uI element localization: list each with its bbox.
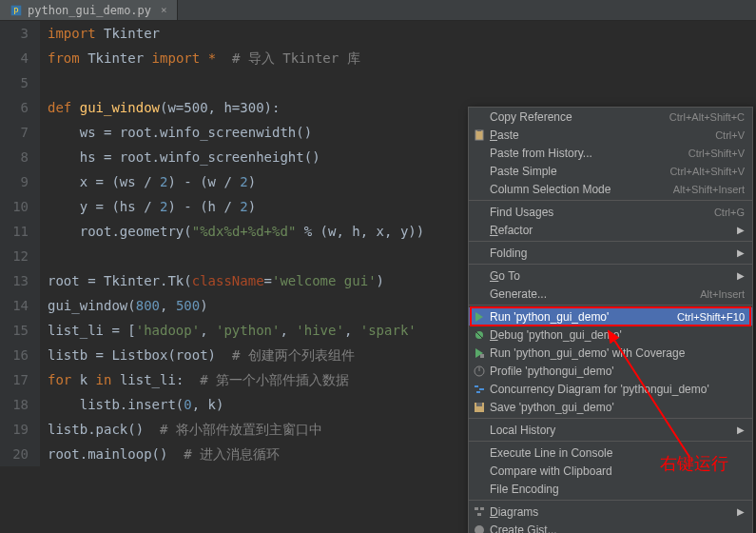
menu-run[interactable]: Run 'python_gui_demo'Ctrl+Shift+F10 — [469, 307, 752, 326]
profile-icon — [473, 365, 486, 378]
menu-local-history[interactable]: Local History▶ — [469, 421, 752, 439]
save-icon — [473, 401, 486, 414]
coverage-icon — [473, 346, 486, 360]
line-number: 14 — [0, 293, 29, 318]
menu-generate[interactable]: Generate...Alt+Insert — [469, 285, 752, 303]
svg-rect-16 — [475, 507, 478, 510]
svg-rect-12 — [479, 388, 484, 390]
line-number: 9 — [0, 169, 29, 194]
svg-text:P: P — [13, 6, 18, 15]
menu-diagrams[interactable]: Diagrams▶ — [469, 503, 752, 521]
menu-separator — [469, 241, 752, 242]
svg-marker-4 — [475, 312, 483, 322]
line-number: 4 — [0, 46, 29, 70]
debug-icon — [473, 328, 486, 342]
submenu-arrow-icon: ▶ — [737, 247, 745, 258]
line-number: 12 — [0, 244, 29, 268]
menu-goto[interactable]: Go To▶ — [469, 266, 752, 285]
diagrams-icon — [473, 505, 486, 519]
svg-rect-18 — [477, 513, 481, 516]
svg-rect-13 — [476, 391, 480, 393]
svg-rect-2 — [475, 130, 483, 140]
submenu-arrow-icon: ▶ — [737, 225, 745, 235]
menu-file-encoding[interactable]: File Encoding — [469, 480, 752, 498]
line-number: 18 — [0, 392, 29, 417]
menu-run-coverage[interactable]: Run 'python_gui_demo' with Coverage — [469, 344, 752, 362]
python-file-icon: P — [10, 4, 23, 17]
menu-find-usages[interactable]: Find UsagesCtrl+G — [469, 203, 752, 221]
tab-bar: P python_gui_demo.py × — [0, 0, 756, 21]
svg-rect-15 — [476, 403, 482, 406]
code-line: import Tkinter — [48, 21, 756, 46]
line-number: 5 — [0, 70, 29, 95]
menu-separator — [469, 500, 752, 501]
tab-close-icon[interactable]: × — [161, 4, 167, 16]
code-line — [48, 70, 756, 95]
gist-icon — [473, 523, 486, 534]
line-number: 6 — [0, 95, 29, 120]
line-number: 20 — [0, 442, 29, 466]
submenu-arrow-icon: ▶ — [737, 270, 745, 281]
concurrency-icon — [473, 383, 486, 396]
line-number: 10 — [0, 194, 29, 219]
menu-separator — [469, 264, 752, 265]
submenu-arrow-icon: ▶ — [737, 424, 745, 435]
paste-icon — [473, 128, 486, 142]
line-number: 15 — [0, 318, 29, 343]
menu-copy-reference[interactable]: Copy ReferenceCtrl+Alt+Shift+C — [469, 108, 752, 126]
line-number: 13 — [0, 268, 29, 293]
svg-rect-8 — [480, 354, 484, 358]
context-menu: Copy ReferenceCtrl+Alt+Shift+C PasteCtrl… — [468, 107, 753, 533]
menu-separator — [469, 418, 752, 419]
line-number: 19 — [0, 417, 29, 442]
run-icon — [473, 310, 486, 324]
line-number: 3 — [0, 21, 29, 46]
menu-execute-console[interactable]: Execute Line in Console — [469, 444, 752, 462]
svg-rect-11 — [475, 385, 478, 387]
menu-compare-clipboard[interactable]: Compare with Clipboard — [469, 462, 752, 480]
menu-concurrency[interactable]: Concurrency Diagram for 'pythongui_demo' — [469, 380, 752, 398]
svg-point-19 — [475, 525, 484, 534]
menu-paste-history[interactable]: Paste from History...Ctrl+Shift+V — [469, 144, 752, 162]
menu-separator — [469, 200, 752, 201]
tab-filename: python_gui_demo.py — [28, 4, 151, 17]
svg-rect-3 — [477, 129, 481, 131]
menu-save[interactable]: Save 'python_gui_demo' — [469, 398, 752, 416]
menu-refactor[interactable]: Refactor▶ — [469, 221, 752, 239]
menu-folding[interactable]: Folding▶ — [469, 244, 752, 262]
file-tab[interactable]: P python_gui_demo.py × — [0, 0, 178, 20]
svg-rect-17 — [480, 507, 484, 510]
menu-separator — [469, 441, 752, 442]
menu-column-selection[interactable]: Column Selection ModeAlt+Shift+Insert — [469, 180, 752, 198]
menu-separator — [469, 305, 752, 306]
menu-paste[interactable]: PasteCtrl+V — [469, 126, 752, 144]
code-line: from Tkinter import * # 导入 Tkinter 库 — [48, 46, 756, 70]
menu-debug[interactable]: Debug 'python_gui_demo' — [469, 326, 752, 344]
line-number: 7 — [0, 120, 29, 145]
line-number: 8 — [0, 145, 29, 169]
gutter: 3 4 5 6 7 8 9 10 11 12 13 14 15 16 17 18… — [0, 21, 40, 466]
submenu-arrow-icon: ▶ — [737, 506, 745, 517]
line-number: 16 — [0, 343, 29, 367]
line-number: 11 — [0, 219, 29, 244]
menu-paste-simple[interactable]: Paste SimpleCtrl+Alt+Shift+V — [469, 162, 752, 180]
line-number: 17 — [0, 367, 29, 392]
menu-create-gist[interactable]: Create Gist... — [469, 521, 752, 533]
menu-profile[interactable]: Profile 'pythongui_demo' — [469, 362, 752, 380]
